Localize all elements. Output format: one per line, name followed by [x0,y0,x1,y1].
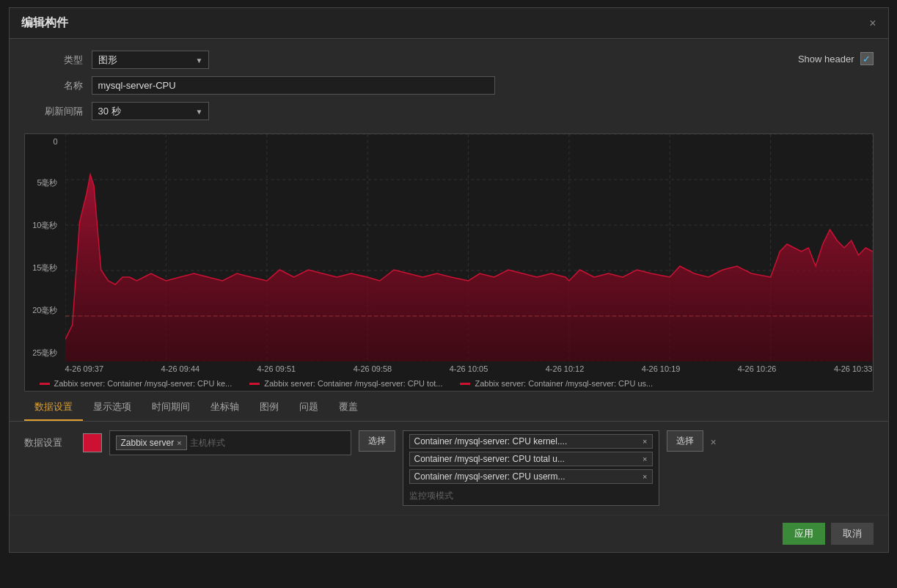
legend-text-2: Zabbix server: Container /mysql-server: … [475,379,653,388]
tabs-bar: 数据设置 显示选项 时间期间 坐标轴 图例 问题 覆盖 [10,394,888,422]
x-label-8: 4-26 10:33 [834,364,873,373]
y-label-2: 15毫秒 [28,262,62,273]
data-settings-area: 数据设置 Zabbix server × 主机样式 选择 Container /… [10,422,888,515]
select-item-button[interactable]: 选择 [667,430,703,452]
chart-area [65,134,873,361]
x-label-0: 4-26 09:37 [65,364,104,373]
refresh-row: 刷新间隔 30 秒 [24,102,874,120]
item-placeholder: 监控项模式 [409,487,653,502]
color-swatch[interactable] [83,433,102,452]
ds-section-label: 数据设置 [24,436,76,449]
x-label-1: 4-26 09:44 [161,364,200,373]
cancel-button[interactable]: 取消 [831,523,874,545]
item-box: Container /mysql-server: CPU kernel.... … [403,430,659,506]
x-label-4: 4-26 10:05 [450,364,488,373]
y-label-1: 20毫秒 [28,305,62,316]
name-label: 名称 [24,79,83,92]
legend-color-1 [249,383,260,385]
tab-axis[interactable]: 坐标轴 [200,394,249,421]
host-tag: Zabbix server × [116,436,187,450]
type-select-wrapper: 图形 [92,51,209,69]
legend-color-2 [460,383,470,385]
dialog-titlebar: 编辑构件 × [10,8,888,39]
y-label-5: 0 [28,137,62,146]
legend-item-2: Zabbix server: Container /mysql-server: … [460,379,653,388]
item-tag-text-1: Container /mysql-server: CPU total u... [414,454,565,464]
dialog-title: 编辑构件 [21,15,68,31]
show-header-label: Show header [798,54,854,65]
refresh-select[interactable]: 30 秒 [92,102,209,120]
ds-main-row: 数据设置 Zabbix server × 主机样式 选择 Container /… [24,430,874,506]
y-label-3: 10毫秒 [28,220,62,231]
host-box: Zabbix server × 主机样式 [109,430,351,455]
item-tag-remove-1[interactable]: × [642,455,647,463]
item-tag-2: Container /mysql-server: CPU userm... × [409,469,653,484]
x-label-2: 4-26 09:51 [257,364,296,373]
chart-svg [65,134,873,361]
chart-yaxis: 25毫秒 20毫秒 15毫秒 10毫秒 5毫秒 0 [25,134,65,361]
name-input[interactable] [92,76,495,95]
host-tag-label: Zabbix server [121,438,175,448]
apply-button[interactable]: 应用 [783,523,825,545]
name-row: 名称 [24,76,874,95]
dialog-footer: 应用 取消 [10,515,888,552]
legend-item-0: Zabbix server: Container /mysql-server: … [40,379,233,388]
host-placeholder: 主机样式 [190,437,225,449]
item-tag-text-0: Container /mysql-server: CPU kernel.... [414,436,568,446]
y-label-4: 5毫秒 [28,177,62,188]
form-area: Show header ✓ 类型 图形 名称 刷新间隔 30 秒 [10,39,888,133]
type-row: 类型 图形 [24,51,874,69]
chart-legend: Zabbix server: Container /mysql-server: … [25,376,873,391]
legend-item-1: Zabbix server: Container /mysql-server: … [249,379,442,388]
x-label-7: 4-26 10:26 [738,364,777,373]
type-select[interactable]: 图形 [92,51,209,69]
chart-xaxis: 4-26 09:37 4-26 09:44 4-26 09:51 4-26 09… [65,361,873,376]
tab-overlay[interactable]: 覆盖 [329,394,368,421]
select-host-button[interactable]: 选择 [359,430,395,452]
item-tag-1: Container /mysql-server: CPU total u... … [409,452,653,466]
show-header-section: Show header ✓ [798,52,874,65]
chart-inner: 25毫秒 20毫秒 15毫秒 10毫秒 5毫秒 0 [25,134,873,376]
show-header-checkbox[interactable]: ✓ [860,52,874,65]
item-tag-remove-0[interactable]: × [642,437,647,446]
tab-display-options[interactable]: 显示选项 [83,394,142,421]
item-tag-remove-2[interactable]: × [642,472,647,481]
tab-data-settings[interactable]: 数据设置 [24,394,83,421]
legend-text-1: Zabbix server: Container /mysql-server: … [264,379,442,388]
delete-row-icon[interactable]: × [711,436,717,448]
edit-widget-dialog: 编辑构件 × Show header ✓ 类型 图形 名称 刷新间隔 [9,7,889,553]
refresh-select-wrapper: 30 秒 [92,102,209,120]
refresh-label: 刷新间隔 [24,105,83,118]
host-tag-remove[interactable]: × [177,438,181,447]
x-label-3: 4-26 09:58 [354,364,392,373]
tab-legend[interactable]: 图例 [249,394,289,421]
type-label: 类型 [24,54,83,67]
close-icon[interactable]: × [869,17,876,30]
item-tag-text-2: Container /mysql-server: CPU userm... [414,471,565,482]
chart-container: 25毫秒 20毫秒 15毫秒 10毫秒 5毫秒 0 [24,133,874,392]
y-label-0: 25毫秒 [28,348,62,359]
tab-time-period[interactable]: 时间期间 [142,394,200,421]
x-label-5: 4-26 10:12 [546,364,585,373]
x-label-6: 4-26 10:19 [642,364,681,373]
tab-problems[interactable]: 问题 [289,394,329,421]
legend-color-0 [40,383,50,385]
legend-text-0: Zabbix server: Container /mysql-server: … [54,379,233,388]
item-tag-0: Container /mysql-server: CPU kernel.... … [409,434,653,449]
